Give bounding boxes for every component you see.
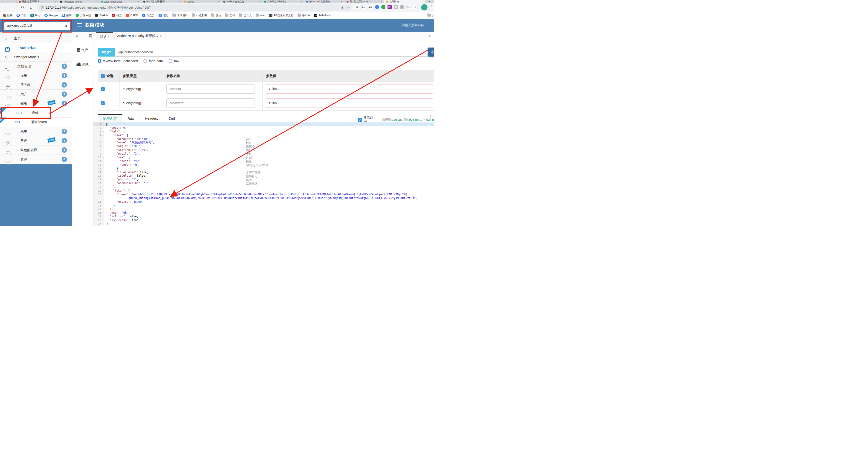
tab-doc[interactable]: 文档 [72,43,93,57]
tab-debug[interactable]: 调试 [72,57,94,72]
line-number[interactable]: 27 [93,222,104,226]
param-checkbox[interactable]: ✓ [101,87,104,91]
bookmark-item[interactable]: 百百度 [17,14,27,17]
content-tab[interactable]: 主页 [82,32,96,40]
line-number[interactable]: 5 [93,137,104,141]
sidebar-endpoint-post[interactable]: NEWPOST登录 [0,108,72,117]
line-number[interactable]: 8 [93,148,104,152]
menu-toggle-icon[interactable] [77,23,82,27]
sidebar-endpoint-get[interactable]: NEWGET验证token [0,117,72,127]
param-value-input[interactable]: zuihou [266,98,433,108]
ring-ext-icon[interactable]: O [394,5,398,9]
fold-caret-icon[interactable]: ▾ [102,130,104,134]
body-mode-option[interactable]: x-www-form-urlencoded [98,59,138,63]
fold-caret-icon[interactable]: ▾ [102,134,104,137]
other-bookmarks[interactable]: 其他书签 [428,13,434,17]
expand-tabs-icon[interactable]: » [425,32,434,40]
line-number[interactable]: 6 [93,141,104,144]
home-icon[interactable]: ⌂ [28,4,34,11]
bookmark-item[interactable]: 微信 [211,14,221,17]
bookmark-item[interactable]: 101024Tools [314,14,331,17]
sidebar-item-服务表[interactable]: API服务表6 [0,80,72,90]
bookmark-item[interactable]: GitHub [95,14,108,17]
tab-close-icon[interactable]: × [137,0,139,3]
browser-tab[interactable]: Zuul-JumpServer× [99,0,141,3]
response-tab[interactable]: Headers [140,114,163,123]
en-translate-ext-icon[interactable]: en [368,5,373,9]
browser-tab[interactable]: Nacos× [182,0,221,3]
sidebar-item-应用[interactable]: API应用5 [0,71,72,80]
sidebar-item-文档管理[interactable]: 文档管理3 [0,62,72,71]
sidebar-item-菜单[interactable]: API菜单7 [0,127,72,136]
line-number[interactable]: 22 [93,204,104,207]
param-checkbox[interactable]: ✓ [101,101,104,105]
browser-tab[interactable]: http://巴扎黑·王明× [141,0,182,3]
browser-tab[interactable]: 权限模块× [384,0,425,3]
line-number[interactable]: 9 [93,152,104,156]
line-number[interactable]: 23 [93,207,104,211]
line-number[interactable]: 19▾ [93,189,104,193]
bookmark-item[interactable]: mac [256,14,266,17]
module-select[interactable]: authority-权限模块 [4,22,70,30]
tab-close-icon[interactable]: × [54,0,56,3]
line-number[interactable]: 7 [93,144,104,148]
sidebar-item-authorize[interactable]: Authorize [0,43,72,52]
bookmark-item[interactable]: ∞百度云 [142,14,155,17]
param-name-input[interactable]: account [166,84,255,93]
sidebar-item-登录[interactable]: API登录NEW2 [0,99,72,108]
content-tab[interactable]: 登录× [96,32,114,40]
sidebar-item-用户[interactable]: API用户9 [0,90,72,99]
bookmark-item[interactable]: ✎笔记 [158,14,168,17]
line-number[interactable]: 1▾ [93,122,104,126]
fold-caret-icon[interactable]: ▾ [102,156,104,160]
collapse-sidebar-icon[interactable]: « [72,32,82,40]
param-name-input[interactable]: password [166,98,255,108]
line-number[interactable]: 14 [93,171,104,174]
globe-ext-icon[interactable] [381,5,385,9]
response-tab[interactable]: Curl [163,114,180,123]
bookmark-item[interactable]: 什么都有 [192,14,207,17]
line-number[interactable]: 12 [93,163,104,167]
rp-ext-icon[interactable]: RP [388,5,392,9]
browser-tab[interactable]: 白条消息(9条)消息× [262,0,304,3]
response-tab[interactable]: 响应内容 [98,114,122,123]
radio-icon[interactable] [168,59,172,63]
bookmark-item[interactable]: 公司 [225,14,235,17]
radio-icon[interactable] [144,59,147,63]
profile-avatar[interactable] [421,4,428,10]
chrome-ext-icon[interactable] [375,5,379,9]
chevron-ext-icon[interactable]: M [400,5,404,9]
line-number[interactable]: 26 [93,219,104,222]
tab-close-icon[interactable]: × [95,0,97,3]
screenshot-ext-icon[interactable]: ▣ [355,5,360,9]
radio-icon[interactable] [98,59,101,63]
browser-tab[interactable]: gitlab-pack文件浏览× [304,0,344,3]
bookmark-item[interactable]: 小目标 [298,14,310,17]
new-tab-button[interactable]: + [427,0,432,3]
fullscreen-icon[interactable]: ↗↙ [430,115,433,119]
sidebar-item-swagger models[interactable]: ◇Swagger Models [0,52,72,62]
line-number[interactable]: 18 [93,185,104,189]
site-info-icon[interactable]: ⓘ [41,6,44,10]
fold-caret-icon[interactable]: ▾ [102,189,104,193]
request-url-field[interactable]: /api/authority/anno/login [115,48,428,57]
forward-icon[interactable]: → [11,4,18,11]
browser-tab[interactable]: Node.js 全栈之巅× [221,0,262,3]
sidebar-item-主页[interactable]: ⌂主页 [0,34,72,43]
bookmark-item[interactable]: 已导入 [239,14,252,17]
line-number[interactable]: 3▾ [93,130,104,134]
tab-close-icon[interactable]: × [381,0,382,3]
tab-close-icon[interactable]: × [258,0,260,3]
line-number[interactable]: 15 [93,174,104,178]
bookmark-item[interactable]: 译翻译 [62,14,71,17]
sidebar-item-角色[interactable]: API角色NEW8 [0,136,72,145]
tab-close-icon[interactable]: × [218,0,219,3]
close-icon[interactable]: × [160,34,161,38]
select-all-checkbox[interactable]: ✓ [101,74,104,78]
gitzip-ext-icon[interactable]: GitZip [406,5,411,9]
line-number[interactable]: 24 [93,211,104,215]
send-button[interactable]: 发送 [428,48,434,57]
fold-caret-icon[interactable]: ▾ [102,122,104,126]
line-number[interactable]: 10▾ [93,156,104,160]
show-desc-checkbox[interactable]: ✓ [358,118,362,122]
